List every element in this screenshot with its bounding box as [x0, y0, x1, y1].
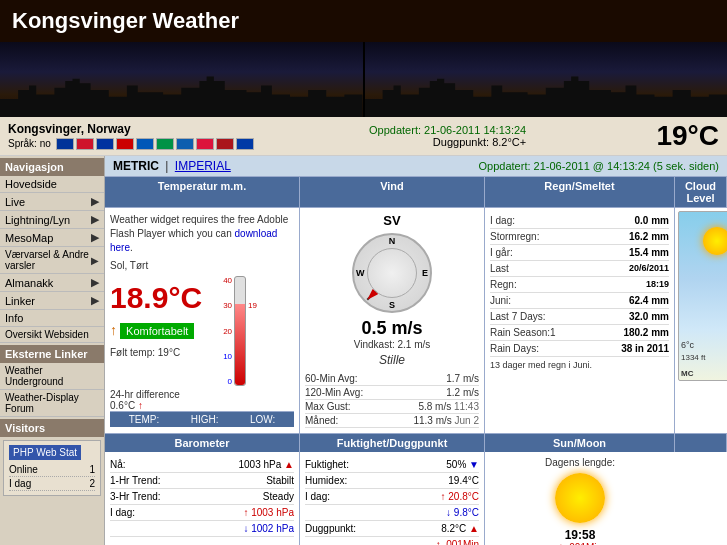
comfort-badge: Komfortabelt [120, 323, 194, 339]
header-barometer: Barometer [105, 434, 300, 452]
wind-gust: Vindkast: 2.1 m/s [305, 339, 479, 350]
sidebar-section-navigation: Navigasjon [0, 158, 104, 176]
location-name: Kongsvinger, Norway [8, 122, 254, 136]
wind-speed: 0.5 m/s [305, 318, 479, 339]
thermometer: 403020100 19 [212, 276, 266, 386]
rain-row-storm: Stormregn: 16.2 mm [490, 229, 669, 245]
humid-row-duggpunkt: Duggpunkt: 8.2°C ▲ [305, 521, 479, 537]
metric-option[interactable]: METRIC [113, 159, 159, 173]
flag-no[interactable] [56, 138, 74, 150]
flag-it[interactable] [156, 138, 174, 150]
cloud-alt-label: 1334 ft [681, 353, 705, 362]
wind-stat-maaned: Måned: 11.3 m/s Jun 2 [305, 414, 479, 428]
day-length-label: Dagens lengde: [490, 457, 670, 468]
cloud-sky-image: 6°c 1334 ft MC [678, 211, 727, 381]
wind-stat-120min: 120-Min Avg: 1.2 m/s [305, 386, 479, 400]
second-row-content: Nå: 1003 hPa ▲ 1-Hr Trend: Stabilt 3-Hr … [105, 452, 727, 545]
sidebar-item-varsler[interactable]: Værvarsel & Andre varsler▶ [0, 247, 104, 274]
extra-section [675, 452, 727, 545]
metric-imperial-bar: METRIC | IMPERIAL Oppdatert: 21-06-2011 … [105, 156, 727, 177]
second-row-headers: Barometer Fuktighet/Duggpunkt Sun/Moon [105, 434, 727, 452]
visitors-online-row: Online 1 [9, 463, 95, 477]
high-label: HIGH: [191, 414, 219, 425]
header-rain: Regn/Smeltet [485, 177, 675, 207]
rain-row-7days: Last 7 Days: 32.0 mm [490, 309, 669, 325]
lang-label: Språk: no [8, 138, 51, 150]
header-wind: Vind [300, 177, 485, 207]
sidebar-item-weather-display[interactable]: Weather-Display Forum [0, 390, 104, 417]
wind-stats: 60-Min Avg: 1.7 m/s 120-Min Avg: 1.2 m/s… [305, 372, 479, 428]
rain-section: I dag: 0.0 mm Stormregn: 16.2 mm I går: … [485, 208, 675, 433]
toggle-separator: | [165, 159, 168, 173]
visitors-box: PHP Web Stat Online 1 I dag 2 [3, 440, 101, 496]
php-stat-label[interactable]: PHP Web Stat [9, 445, 81, 460]
sidebar-section-external: Eksterne Linker [0, 345, 104, 363]
temp-indicator: ↑ [110, 322, 117, 338]
imperial-option[interactable]: IMPERIAL [175, 159, 231, 173]
rain-row-juni: Juni: 62.4 mm [490, 293, 669, 309]
cloud-display: 6°c 1334 ft MC 3300 3000 2700 2400 [678, 211, 727, 386]
content-area: METRIC | IMPERIAL Oppdatert: 21-06-2011 … [105, 156, 727, 545]
visitors-today-label: I dag [9, 478, 31, 489]
cloud-mc-label: MC [681, 369, 693, 378]
weather-data-row: Weather widget requires the free Adoble … [105, 208, 727, 434]
flag-pl[interactable] [196, 138, 214, 150]
sidebar-item-live[interactable]: Live▶ [0, 193, 104, 211]
cloud-section: 6°c 1334 ft MC 3300 3000 2700 2400 [675, 208, 727, 433]
compass-west: W [356, 268, 365, 278]
rain-row-days: Rain Days: 38 in 2011 [490, 341, 669, 357]
sidebar-item-lightning[interactable]: Lightning/Lyn▶ [0, 211, 104, 229]
humidity-section: Fuktighet: 50% ▼ Humidex: 19.4°C I dag: … [300, 452, 485, 545]
header-temperature: Temperatur m.m. [105, 177, 300, 207]
sun-circle [555, 473, 605, 523]
flag-gr[interactable] [176, 138, 194, 150]
weather-conditions: Sol, Tørt [110, 260, 294, 271]
wind-direction: SV [305, 213, 479, 228]
cloud-sun [703, 227, 727, 255]
temperature-section: Weather widget requires the free Adoble … [105, 208, 300, 433]
sidebar-item-mesomap[interactable]: MesoMap▶ [0, 229, 104, 247]
rain-note: 13 dager med regn i Juni. [490, 360, 669, 370]
sidebar-item-oversikt[interactable]: Oversikt Websiden [0, 327, 104, 343]
flag-nl[interactable] [136, 138, 154, 150]
compass-container: N S E W [305, 233, 479, 313]
humid-row-idag-down: ↓ 9.8°C [305, 505, 479, 521]
sidebar-item-linker[interactable]: Linker▶ [0, 292, 104, 310]
baro-row-naa: Nå: 1003 hPa ▲ [110, 457, 294, 473]
banner-right [365, 42, 728, 117]
compass-south: S [389, 300, 395, 310]
temp-description: Weather widget requires the free Adoble … [110, 213, 294, 255]
sidebar: Navigasjon Hovedside Live▶ Lightning/Lyn… [0, 156, 105, 545]
flag-de[interactable] [96, 138, 114, 150]
sun-moon-section: Dagens lengde: 19:58 + .001Min [485, 452, 675, 545]
therm-scale-right: 19 [246, 276, 266, 386]
dewpoint-display: Duggpunkt: 8.2°C+ [433, 136, 526, 148]
sidebar-item-hovedside[interactable]: Hovedside [0, 176, 104, 193]
barometer-section: Nå: 1003 hPa ▲ 1-Hr Trend: Stabilt 3-Hr … [105, 452, 300, 545]
flag-se[interactable] [236, 138, 254, 150]
update-time: Oppdatert: 21-06-2011 14:13:24 [369, 124, 526, 136]
metric-bar-updated: Oppdatert: 21-06-2011 @ 14:13:24 (5 sek.… [479, 160, 719, 172]
flag-es[interactable] [216, 138, 234, 150]
low-label: LOW: [250, 414, 275, 425]
location-info: Kongsvinger, Norway Språk: no [8, 122, 254, 150]
flag-fr[interactable] [116, 138, 134, 150]
baro-row-idag-up: I dag: ↑ 1003 hPa [110, 505, 294, 521]
sidebar-item-info[interactable]: Info [0, 310, 104, 327]
sidebar-item-almanakk[interactable]: Almanakk▶ [0, 274, 104, 292]
flag-gb[interactable] [76, 138, 94, 150]
sidebar-item-weather-underground[interactable]: Weather Underground [0, 363, 104, 390]
therm-fill [235, 304, 245, 385]
rain-row-idag: I dag: 0.0 mm [490, 213, 669, 229]
header-sun-moon: Sun/Moon [485, 434, 675, 452]
page-title: Kongsvinger Weather [12, 8, 239, 34]
humid-row-humidex: Humidex: 19.4°C [305, 473, 479, 489]
visitors-online-label: Online [9, 464, 38, 475]
header-cloud: Cloud Level [675, 177, 727, 207]
humid-row-fuktighet: Fuktighet: 50% ▼ [305, 457, 479, 473]
rain-row-igar: I går: 15.4 mm [490, 245, 669, 261]
banner-left [0, 42, 363, 117]
header-humidity: Fuktighet/Duggpunkt [300, 434, 485, 452]
baro-row-idag-down: ↓ 1002 hPa [110, 521, 294, 537]
page-header: Kongsvinger Weather [0, 0, 727, 42]
